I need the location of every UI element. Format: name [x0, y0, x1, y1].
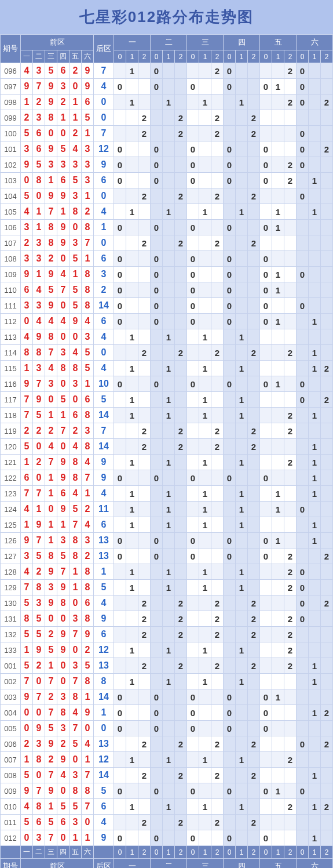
- cell-front: 0: [21, 721, 33, 736]
- cell-mark: 2: [321, 392, 333, 408]
- cell-empty: [187, 674, 199, 689]
- cell-empty: [297, 314, 309, 329]
- cell-empty: [151, 611, 163, 627]
- cell-empty: [163, 63, 175, 79]
- trend-table: 期号 前区 后区 一 二 三 四 五 六 一二三四五六0120120120120…: [0, 34, 333, 868]
- cell-front: 5: [69, 298, 82, 314]
- cell-empty: [284, 502, 297, 517]
- cell-mark: 0: [260, 141, 272, 157]
- footer-front-3: 四: [57, 846, 69, 859]
- cell-front: 0: [57, 126, 69, 141]
- cell-mark: 0: [187, 173, 199, 188]
- cell-empty: [309, 689, 321, 705]
- cell-empty: [199, 611, 211, 627]
- cell-mark: 1: [199, 455, 211, 470]
- cell-empty: [260, 486, 272, 502]
- cell-empty: [199, 830, 211, 846]
- cell-front: 7: [82, 235, 94, 251]
- header-mod-2-1: 1: [199, 50, 211, 63]
- cell-back: 14: [94, 298, 114, 314]
- cell-front: 3: [82, 329, 94, 345]
- cell-empty: [151, 799, 163, 815]
- cell-back: 6: [94, 314, 114, 329]
- cell-back: 6: [94, 799, 114, 815]
- cell-empty: [321, 376, 333, 392]
- cell-front: 5: [21, 627, 33, 642]
- cell-empty: [309, 282, 321, 298]
- cell-empty: [151, 408, 163, 423]
- cell-empty: [260, 188, 272, 204]
- data-row: 00997908850000010: [1, 783, 333, 799]
- cell-empty: [236, 267, 248, 282]
- cell-empty: [248, 674, 260, 689]
- cell-front: 6: [82, 95, 94, 110]
- cell-empty: [187, 423, 199, 439]
- cell-empty: [126, 188, 138, 204]
- cell-mark: 0: [151, 783, 163, 799]
- cell-empty: [126, 658, 138, 674]
- cell-empty: [321, 345, 333, 361]
- cell-mark: 0: [224, 533, 236, 549]
- cell-empty: [236, 220, 248, 235]
- cell-empty: [163, 815, 175, 830]
- footer-mod-2-2: 2: [211, 846, 224, 859]
- cell-front: 7: [57, 564, 69, 580]
- cell-empty: [163, 611, 175, 627]
- cell-empty: [284, 298, 297, 314]
- cell-empty: [211, 204, 224, 220]
- cell-empty: [297, 282, 309, 298]
- cell-empty: [199, 251, 211, 267]
- cell-mark: 0: [224, 298, 236, 314]
- cell-front: 4: [57, 314, 69, 329]
- cell-empty: [297, 768, 309, 783]
- cell-issue: 109: [1, 267, 21, 282]
- cell-mark: 0: [187, 267, 199, 282]
- cell-mark: 2: [211, 736, 224, 752]
- cell-mark: 2: [284, 408, 297, 423]
- cell-empty: [175, 282, 187, 298]
- cell-mark: 2: [138, 439, 151, 455]
- cell-mark: 0: [151, 79, 163, 95]
- cell-empty: [260, 95, 272, 110]
- cell-empty: [297, 721, 309, 736]
- cell-mark: 1: [163, 204, 175, 220]
- cell-issue: 105: [1, 204, 21, 220]
- header-mod-5-0: 0: [297, 50, 309, 63]
- data-row: 116973031100000010: [1, 376, 333, 392]
- cell-back: 0: [94, 188, 114, 204]
- header-mod-2-2: 2: [211, 50, 224, 63]
- cell-mark: 2: [248, 627, 260, 642]
- cell-empty: [272, 361, 284, 376]
- cell-empty: [199, 533, 211, 549]
- cell-mark: 0: [260, 549, 272, 564]
- cell-empty: [260, 345, 272, 361]
- cell-front: 7: [33, 783, 45, 799]
- cell-mark: 1: [309, 470, 321, 486]
- data-row: 1106457582000001: [1, 282, 333, 298]
- cell-front: 3: [57, 721, 69, 736]
- cell-mark: 1: [199, 204, 211, 220]
- cell-empty: [260, 392, 272, 408]
- cell-mark: 0: [260, 282, 272, 298]
- cell-empty: [297, 752, 309, 768]
- cell-back: 4: [94, 329, 114, 345]
- cell-empty: [248, 220, 260, 235]
- cell-mark: 0: [151, 689, 163, 705]
- cell-empty: [163, 783, 175, 799]
- cell-empty: [211, 408, 224, 423]
- cell-front: 2: [69, 423, 82, 439]
- cell-empty: [260, 235, 272, 251]
- cell-mark: 0: [260, 705, 272, 721]
- cell-issue: 103: [1, 173, 21, 188]
- cell-front: 4: [57, 267, 69, 282]
- cell-front: 8: [33, 799, 45, 815]
- cell-mark: 1: [163, 502, 175, 517]
- cell-mark: 2: [138, 611, 151, 627]
- cell-empty: [199, 173, 211, 188]
- cell-empty: [175, 267, 187, 282]
- footer-mod-4-1: 1: [272, 846, 284, 859]
- cell-empty: [260, 799, 272, 815]
- cell-front: 1: [45, 658, 57, 674]
- cell-front: 5: [21, 188, 33, 204]
- cell-front: 8: [69, 361, 82, 376]
